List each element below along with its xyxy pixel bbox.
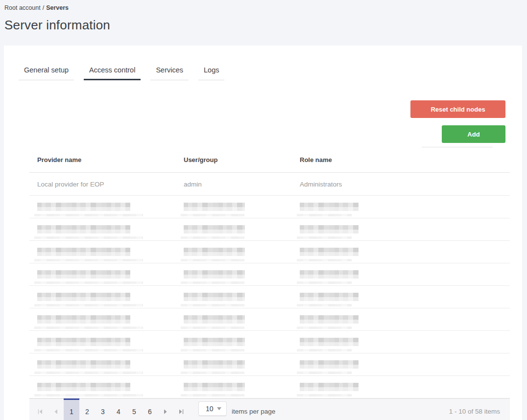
- redacted-text-block: [37, 360, 130, 369]
- page-button-3[interactable]: 3: [95, 399, 111, 420]
- cell-role-name: [292, 353, 510, 375]
- redacted-text-shadow: [34, 281, 143, 284]
- cell-provider-name: [29, 263, 176, 285]
- cell-user-group: [176, 196, 292, 218]
- redacted-text-shadow: [297, 349, 352, 351]
- breadcrumb-parent[interactable]: Root account: [4, 4, 41, 11]
- table-body: Local provider for EOPadminAdministrator…: [29, 173, 510, 398]
- redacted-text-shadow: [34, 327, 143, 329]
- table-row[interactable]: [29, 353, 510, 376]
- redacted-text-shadow: [181, 327, 244, 329]
- page-size-select[interactable]: 10: [198, 401, 227, 416]
- table-row[interactable]: [29, 376, 510, 398]
- tab-logs[interactable]: Logs: [198, 66, 224, 80]
- table-row[interactable]: [29, 218, 510, 241]
- previous-page-button[interactable]: [48, 399, 64, 420]
- user-group-text: admin: [184, 181, 202, 188]
- redacted-text-block: [300, 315, 359, 324]
- table-row[interactable]: [29, 331, 510, 353]
- cell-user-group: [176, 353, 292, 375]
- redacted-text-block: [300, 338, 359, 346]
- page-number: 6: [148, 408, 152, 416]
- tab-services[interactable]: Services: [150, 66, 189, 80]
- tab-access-control[interactable]: Access control: [84, 66, 141, 80]
- last-page-icon: [178, 408, 185, 415]
- redacted-text-block: [184, 293, 245, 301]
- page-button-4[interactable]: 4: [111, 399, 126, 420]
- content-card: General setupAccess controlServicesLogs …: [4, 46, 522, 420]
- table-row[interactable]: [29, 196, 510, 218]
- cell-user-group: [176, 241, 292, 263]
- redacted-text-shadow: [297, 214, 352, 216]
- pager: 123456 10 items per page 1 - 10 of 58 it…: [29, 398, 510, 420]
- cell-user-group: [176, 218, 292, 240]
- cell-provider-name: [29, 331, 176, 353]
- redacted-text-block: [184, 270, 245, 279]
- tab-bar: General setupAccess controlServicesLogs: [19, 66, 522, 80]
- redacted-text-shadow: [34, 236, 143, 239]
- tab-general-setup[interactable]: General setup: [19, 66, 74, 80]
- cell-role-name: [292, 218, 510, 240]
- redacted-text-shadow: [181, 304, 244, 306]
- cell-role-name: [292, 286, 510, 308]
- page-title: Server information: [4, 18, 527, 33]
- redacted-text-block: [300, 293, 359, 301]
- redacted-text-shadow: [297, 394, 352, 397]
- table-row[interactable]: [29, 308, 510, 331]
- redacted-text-block: [300, 270, 359, 279]
- cell-user-group: [176, 286, 292, 308]
- dropdown-caret-icon: [217, 407, 221, 410]
- table-row[interactable]: [29, 263, 510, 286]
- redacted-text-shadow: [34, 372, 143, 374]
- page-number: 1: [70, 408, 73, 416]
- redacted-text-block: [184, 203, 245, 211]
- cell-provider-name: [29, 218, 176, 240]
- cell-user-group: [176, 263, 292, 285]
- last-page-button[interactable]: [173, 399, 189, 420]
- cell-provider-name: [29, 196, 176, 218]
- table-row[interactable]: [29, 241, 510, 263]
- items-per-page-label: items per page: [232, 408, 275, 415]
- breadcrumb-current: Servers: [46, 4, 69, 11]
- cell-role-name: [292, 196, 510, 218]
- redacted-text-shadow: [297, 372, 352, 374]
- table-row[interactable]: [29, 286, 510, 308]
- add-button[interactable]: Add: [442, 125, 505, 143]
- redacted-text-shadow: [297, 327, 352, 329]
- cell-user-group: [176, 331, 292, 353]
- reset-child-nodes-button[interactable]: Reset child nodes: [410, 100, 505, 118]
- first-page-button[interactable]: [32, 399, 48, 420]
- next-page-button[interactable]: [158, 399, 173, 420]
- redacted-text-shadow: [34, 259, 143, 261]
- table-row[interactable]: Local provider for EOPadminAdministrator…: [29, 173, 510, 196]
- column-header-provider-name: Provider name: [29, 156, 176, 163]
- redacted-text-block: [37, 293, 130, 301]
- breadcrumb: Root account/Servers: [4, 4, 527, 11]
- redacted-text-block: [300, 203, 359, 211]
- redacted-text-block: [37, 383, 130, 391]
- redacted-text-shadow: [297, 281, 352, 284]
- page-number: 4: [117, 408, 120, 416]
- cell-user-group: [176, 308, 292, 330]
- page-button-1[interactable]: 1: [64, 399, 79, 420]
- provider-name-text: Local provider for EOP: [37, 181, 104, 188]
- pager-range-label: 1 - 10 of 58 items: [449, 408, 510, 415]
- cell-provider-name: [29, 353, 176, 375]
- redacted-text-block: [300, 383, 359, 391]
- redacted-text-shadow: [34, 214, 143, 216]
- breadcrumb-separator: /: [43, 4, 44, 11]
- cell-role-name: [292, 376, 510, 398]
- page-button-5[interactable]: 5: [126, 399, 142, 420]
- page-size-value: 10: [206, 405, 214, 413]
- redacted-text-block: [184, 225, 245, 233]
- redacted-text-block: [37, 225, 130, 233]
- redacted-text-shadow: [34, 349, 143, 351]
- add-divider: [422, 147, 493, 147]
- page-button-6[interactable]: 6: [142, 399, 158, 420]
- redacted-text-block: [184, 248, 245, 256]
- page-header: Root account/Servers Server information: [0, 0, 527, 33]
- page-button-2[interactable]: 2: [79, 399, 95, 420]
- cell-provider-name: Local provider for EOP: [29, 173, 176, 195]
- cell-provider-name: [29, 308, 176, 330]
- next-page-icon: [162, 408, 169, 415]
